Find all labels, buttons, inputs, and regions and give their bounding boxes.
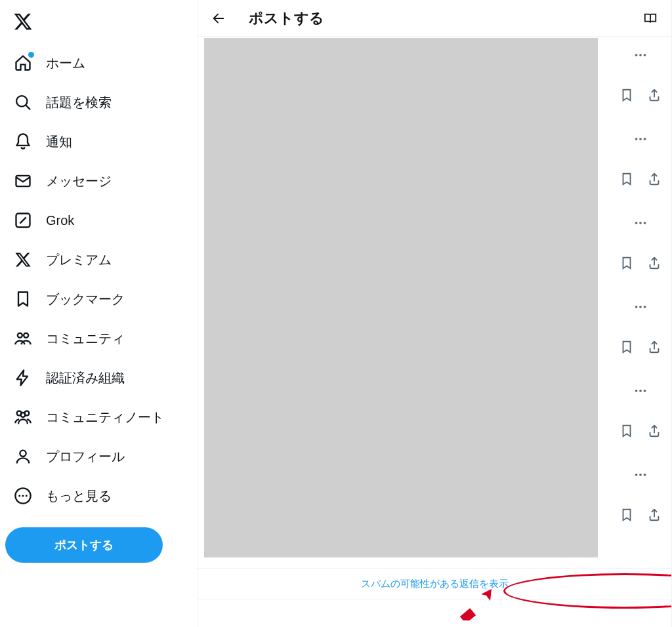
bookmark-button[interactable] (618, 171, 635, 188)
nav-item-community-notes[interactable]: コミュニティノート (5, 397, 192, 437)
nav-item-verified-orgs[interactable]: 認証済み組織 (5, 358, 192, 397)
reader-mode-button[interactable] (639, 7, 662, 30)
share-icon (647, 256, 662, 270)
nav-item-label: もっと見る (46, 487, 112, 505)
x-icon (13, 12, 33, 31)
nav-item-notifications[interactable]: 通知 (5, 122, 192, 161)
nav-item-label: ホーム (46, 54, 85, 72)
home-icon (13, 53, 33, 73)
main-column: ポストする (197, 0, 672, 627)
nav-item-label: 通知 (46, 133, 72, 151)
nav-item-communities[interactable]: コミュニティ (5, 319, 192, 358)
svg-point-27 (635, 390, 638, 392)
share-icon (647, 88, 662, 102)
nav-item-home[interactable]: ホーム (5, 43, 192, 83)
svg-point-5 (18, 333, 22, 338)
share-button[interactable] (646, 338, 663, 355)
svg-point-31 (639, 474, 642, 476)
compose-post-button[interactable]: ポストする (5, 527, 163, 563)
bookmark-icon (620, 340, 634, 354)
ellipsis-icon (633, 216, 648, 230)
notify-dot (28, 52, 34, 58)
svg-point-30 (635, 474, 638, 476)
nav-item-premium[interactable]: プレミアム (5, 240, 192, 279)
x-logo[interactable] (5, 4, 41, 39)
svg-point-20 (644, 138, 646, 140)
community-notes-icon (13, 407, 33, 427)
nav-item-label: プロフィール (46, 448, 125, 466)
ellipsis-icon (633, 468, 648, 482)
bookmark-button[interactable] (618, 254, 635, 272)
svg-point-17 (644, 54, 646, 56)
ellipsis-icon (633, 132, 648, 146)
share-button[interactable] (646, 87, 663, 104)
post-actions-column (618, 37, 663, 523)
more-options-button[interactable] (629, 295, 652, 319)
share-button[interactable] (646, 254, 663, 272)
x-icon (13, 250, 33, 270)
more-options-button[interactable] (629, 127, 652, 151)
more-options-button[interactable] (629, 463, 652, 487)
bell-icon (13, 132, 33, 152)
grok-icon (13, 211, 33, 230)
bookmark-button[interactable] (618, 87, 635, 104)
nav-item-label: 認証済み組織 (46, 369, 125, 387)
svg-point-25 (639, 306, 642, 308)
lightning-icon (13, 368, 33, 388)
svg-point-24 (635, 306, 638, 308)
svg-line-4 (20, 217, 26, 223)
share-icon (647, 424, 662, 438)
bookmark-icon (620, 508, 634, 522)
svg-point-13 (22, 495, 24, 496)
search-icon (13, 92, 33, 112)
ellipsis-icon (633, 300, 648, 314)
show-spam-replies-link[interactable]: スパムの可能性がある返信を表示 (361, 578, 509, 590)
nav-item-label: Grok (46, 213, 74, 228)
more-options-button[interactable] (629, 379, 652, 403)
nav-item-profile[interactable]: プロフィール (5, 437, 192, 476)
svg-point-28 (639, 390, 642, 392)
book-open-icon (643, 11, 658, 26)
bookmark-button[interactable] (618, 422, 635, 439)
communities-icon (13, 329, 33, 348)
share-button[interactable] (646, 171, 663, 188)
svg-point-10 (20, 451, 26, 456)
svg-line-1 (26, 106, 30, 110)
svg-point-18 (635, 138, 638, 140)
bookmark-icon (620, 424, 634, 438)
share-button[interactable] (646, 422, 663, 439)
svg-point-19 (639, 138, 642, 140)
content-area: スパムの可能性がある返信を表示 (198, 37, 671, 627)
bookmark-button[interactable] (618, 506, 635, 523)
arrow-left-icon (211, 11, 226, 26)
svg-point-14 (26, 495, 28, 496)
svg-point-21 (635, 222, 638, 224)
nav-item-explore[interactable]: 話題を検索 (5, 83, 192, 122)
nav-item-label: ブックマーク (46, 291, 125, 308)
svg-point-15 (635, 54, 638, 56)
bookmark-icon (620, 88, 634, 102)
svg-rect-33 (460, 608, 476, 620)
svg-point-12 (18, 495, 20, 496)
nav-item-label: コミュニティ (46, 330, 125, 348)
svg-point-32 (644, 474, 646, 476)
back-button[interactable] (207, 7, 230, 30)
nav-item-grok[interactable]: Grok (5, 201, 192, 240)
mail-icon (13, 171, 33, 191)
more-options-button[interactable] (629, 211, 652, 235)
ellipsis-icon (633, 48, 648, 62)
more-options-button[interactable] (629, 43, 652, 67)
share-icon (647, 340, 662, 354)
top-bar: ポストする (198, 0, 671, 37)
person-icon (13, 447, 33, 466)
nav-list: ホーム 話題を検索 通知 メッセージ Grok (5, 43, 192, 516)
svg-point-6 (24, 333, 28, 338)
nav-item-bookmarks[interactable]: ブックマーク (5, 279, 192, 319)
nav-item-label: プレミアム (46, 251, 112, 269)
svg-point-23 (644, 222, 646, 224)
bookmark-button[interactable] (618, 338, 635, 355)
nav-item-more[interactable]: もっと見る (5, 476, 192, 516)
share-button[interactable] (646, 506, 663, 523)
nav-item-messages[interactable]: メッセージ (5, 161, 192, 201)
show-spam-replies-banner[interactable]: スパムの可能性がある返信を表示 (198, 568, 671, 599)
